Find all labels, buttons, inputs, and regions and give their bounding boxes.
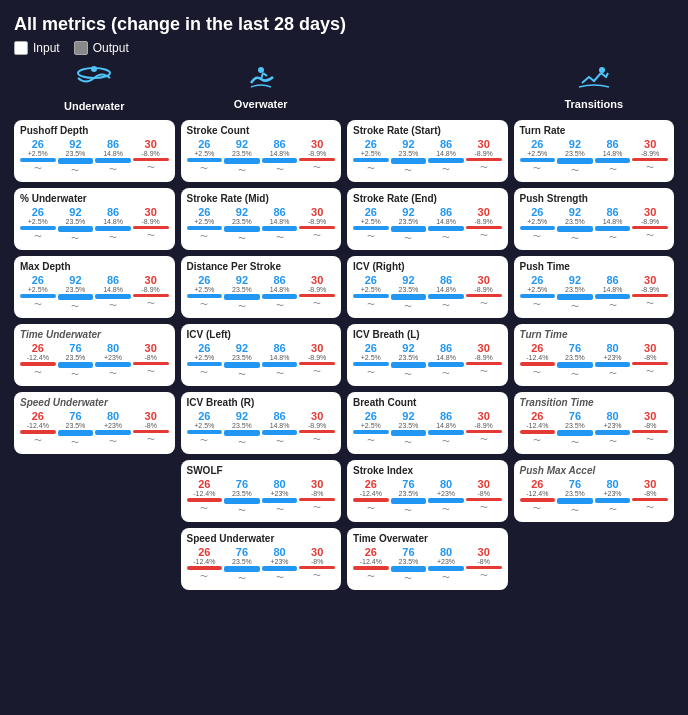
metric-card: Stroke Rate (End)26+2.5%〜9223.5%〜8614.8%… bbox=[347, 188, 508, 250]
bar-swimmer-icon: 〜 bbox=[109, 436, 117, 447]
bar-visual bbox=[187, 566, 223, 570]
bar-visual bbox=[466, 362, 502, 365]
bar-change: 14.8% bbox=[103, 218, 123, 225]
bar-value: 26 bbox=[32, 139, 44, 150]
bar-group: 26+2.5%〜 bbox=[20, 139, 56, 176]
bar-swimmer-icon: 〜 bbox=[238, 233, 246, 244]
bar-change: 23.5% bbox=[66, 150, 86, 157]
bar-group: 26+2.5%〜 bbox=[520, 275, 556, 312]
bar-group: 9223.5%〜 bbox=[224, 411, 260, 448]
bar-value: 30 bbox=[311, 547, 323, 558]
metric-card: Stroke Count26+2.5%〜9223.5%〜8614.8%〜30-8… bbox=[181, 120, 342, 182]
bar-visual bbox=[299, 362, 335, 365]
bar-value: 26 bbox=[365, 275, 377, 286]
bar-visual bbox=[428, 294, 464, 299]
bar-visual bbox=[58, 362, 94, 368]
bar-change: +2.5% bbox=[28, 150, 48, 157]
bar-change: 14.8% bbox=[436, 422, 456, 429]
bar-visual bbox=[391, 158, 427, 164]
bar-group: 9223.5%〜 bbox=[391, 207, 427, 244]
bar-change: +23% bbox=[604, 490, 622, 497]
metric-card: Stroke Rate (Start)26+2.5%〜9223.5%〜8614.… bbox=[347, 120, 508, 182]
bar-change: 23.5% bbox=[399, 490, 419, 497]
bar-visual bbox=[224, 498, 260, 504]
bar-visual bbox=[557, 430, 593, 436]
bar-swimmer-icon: 〜 bbox=[480, 298, 488, 309]
metric-card: ICV Breath (R)26+2.5%〜9223.5%〜8614.8%〜30… bbox=[181, 392, 342, 454]
metric-card: Transition Time26-12.4%〜7623.5%〜80+23%〜3… bbox=[514, 392, 675, 454]
category-overwater2 bbox=[347, 65, 508, 112]
bar-group: 26+2.5%〜 bbox=[187, 207, 223, 244]
overwater-icon bbox=[241, 65, 281, 94]
card-title: Pushoff Depth bbox=[20, 125, 169, 136]
bar-change: 23.5% bbox=[399, 218, 419, 225]
bar-group: 9223.5%〜 bbox=[557, 275, 593, 312]
bar-group: 8614.8%〜 bbox=[262, 275, 298, 312]
bar-value: 30 bbox=[311, 139, 323, 150]
bar-swimmer-icon: 〜 bbox=[571, 301, 579, 312]
bar-visual bbox=[262, 226, 298, 231]
bar-value: 92 bbox=[69, 207, 81, 218]
card-title: Breath Count bbox=[353, 397, 502, 408]
bar-visual bbox=[632, 430, 668, 433]
bar-visual bbox=[224, 158, 260, 164]
card-bars: 26+2.5%〜9223.5%〜8614.8%〜30-8.9%〜 bbox=[187, 411, 336, 448]
bar-change: 14.8% bbox=[603, 286, 623, 293]
bar-group: 9223.5%〜 bbox=[391, 139, 427, 176]
bar-visual bbox=[428, 226, 464, 231]
bar-group: 30-8%〜 bbox=[299, 479, 335, 516]
bar-swimmer-icon: 〜 bbox=[200, 503, 208, 514]
bar-swimmer-icon: 〜 bbox=[276, 436, 284, 447]
bar-group: 8614.8%〜 bbox=[428, 139, 464, 176]
bar-change: +2.5% bbox=[194, 286, 214, 293]
bar-visual bbox=[595, 294, 631, 299]
bar-group: 30-8.9%〜 bbox=[466, 411, 502, 448]
metric-card: Stroke Index26-12.4%〜7623.5%〜80+23%〜30-8… bbox=[347, 460, 508, 522]
legend: Input Output bbox=[14, 41, 674, 55]
bar-swimmer-icon: 〜 bbox=[313, 230, 321, 241]
card-bars: 26-12.4%〜7623.5%〜80+23%〜30-8%〜 bbox=[20, 411, 169, 448]
bar-visual bbox=[353, 430, 389, 434]
bar-group: 8614.8%〜 bbox=[262, 411, 298, 448]
card-title: Turn Time bbox=[520, 329, 669, 340]
bar-group: 7623.5%〜 bbox=[58, 343, 94, 380]
bar-visual bbox=[224, 430, 260, 436]
bar-group: 8614.8%〜 bbox=[428, 411, 464, 448]
metric-card: ICV (Right)26+2.5%〜9223.5%〜8614.8%〜30-8.… bbox=[347, 256, 508, 318]
bar-visual bbox=[133, 158, 169, 161]
bar-change: +2.5% bbox=[361, 218, 381, 225]
bar-change: 23.5% bbox=[399, 150, 419, 157]
bar-value: 92 bbox=[236, 207, 248, 218]
bar-change: +2.5% bbox=[361, 354, 381, 361]
bar-swimmer-icon: 〜 bbox=[571, 165, 579, 176]
bar-swimmer-icon: 〜 bbox=[367, 435, 375, 446]
bar-value: 26 bbox=[531, 411, 543, 422]
bar-group: 7623.5%〜 bbox=[224, 547, 260, 584]
bar-swimmer-icon: 〜 bbox=[533, 231, 541, 242]
bar-value: 30 bbox=[145, 343, 157, 354]
card-bars: 26+2.5%〜9223.5%〜8614.8%〜30-8.9%〜 bbox=[520, 207, 669, 244]
bar-change: +2.5% bbox=[361, 150, 381, 157]
bar-visual bbox=[595, 498, 631, 503]
metric-card: Push Max Accel26-12.4%〜7623.5%〜80+23%〜30… bbox=[514, 460, 675, 522]
bar-visual bbox=[187, 294, 223, 298]
card-bars: 26+2.5%〜9223.5%〜8614.8%〜30-8.9%〜 bbox=[20, 139, 169, 176]
bar-value: 30 bbox=[478, 411, 490, 422]
bar-change: 23.5% bbox=[232, 286, 252, 293]
bar-value: 26 bbox=[365, 139, 377, 150]
bar-group: 30-8.9%〜 bbox=[299, 411, 335, 448]
bar-visual bbox=[520, 158, 556, 162]
bar-change: +23% bbox=[604, 422, 622, 429]
bar-value: 80 bbox=[440, 479, 452, 490]
bar-swimmer-icon: 〜 bbox=[147, 298, 155, 309]
card-bars: 26-12.4%〜7623.5%〜80+23%〜30-8%〜 bbox=[353, 479, 502, 516]
bar-swimmer-icon: 〜 bbox=[276, 368, 284, 379]
bar-group: 30-8%〜 bbox=[632, 479, 668, 516]
bar-change: +23% bbox=[271, 558, 289, 565]
bar-change: 23.5% bbox=[66, 354, 86, 361]
card-title: Time Overwater bbox=[353, 533, 502, 544]
card-bars: 26+2.5%〜9223.5%〜8614.8%〜30-8.9%〜 bbox=[520, 139, 669, 176]
bar-value: 30 bbox=[311, 207, 323, 218]
card-bars: 26+2.5%〜9223.5%〜8614.8%〜30-8.9%〜 bbox=[353, 343, 502, 380]
card-title: % Underwater bbox=[20, 193, 169, 204]
